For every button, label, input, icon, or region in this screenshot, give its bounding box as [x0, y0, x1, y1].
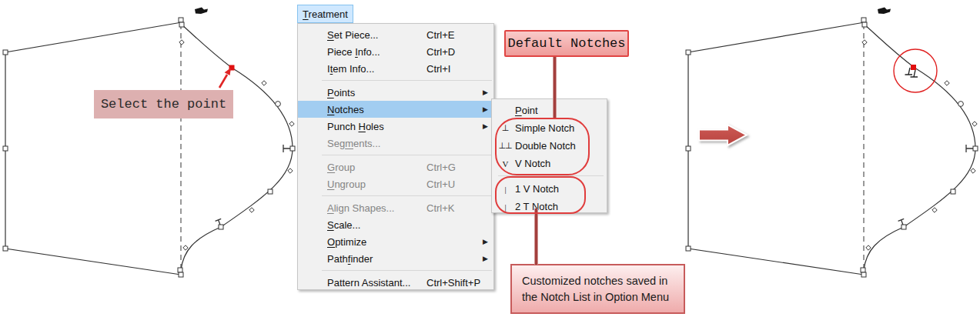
menu-item-label: Segments... [327, 138, 380, 149]
menu-item-label: Scale... [327, 219, 360, 231]
menu-item-label: Item Info... [327, 63, 374, 75]
default-notches-callout: Default Notches [504, 30, 629, 57]
menu-item-shortcut: Ctrl+U [426, 179, 455, 190]
menu-item-label: Pattern Assistant... [327, 277, 410, 289]
menu-item-shortcut: Ctrl+Shift+P [426, 277, 480, 289]
menu-item-label: Treatment [303, 8, 348, 20]
menu-item-optimize[interactable]: Optimize▶ [298, 233, 493, 250]
customized-notches-line2: the Notch List in Option Menu [522, 289, 684, 305]
menu-item-ungroup[interactable]: UngroupCtrl+U [298, 175, 493, 192]
treatment-menu: Set Piece...Ctrl+EPiece Info...Ctrl+DIte… [297, 23, 494, 290]
menu-item-notches[interactable]: Notches▶ [298, 101, 493, 118]
menu-item-point[interactable]: Point [492, 102, 607, 119]
submenu-arrow-icon: ▶ [483, 123, 488, 130]
menu-item-set-piece[interactable]: Set Piece...Ctrl+E [298, 26, 493, 43]
menu-item-label: Points [327, 87, 355, 98]
menu-item-label: Group [327, 162, 355, 173]
menu-item-label: Pathfinder [327, 253, 373, 265]
customized-notches-line1: Customized notches saved in [522, 273, 684, 289]
menu-item-label: Align Shapes... [327, 202, 394, 214]
menu-item-shortcut: Ctrl+G [426, 162, 456, 173]
customized-notches-oval [495, 176, 586, 214]
menu-item-item-info[interactable]: Item Info...Ctrl+I [298, 60, 493, 77]
cursor-icon [878, 8, 891, 15]
screenshot-canvas: Treatment Set Piece...Ctrl+EPiece Info..… [0, 0, 980, 327]
menu-item-shortcut: Ctrl+D [426, 46, 455, 58]
menu-item-align-shapes[interactable]: Align Shapes...Ctrl+K [298, 199, 493, 216]
menu-separator [298, 152, 493, 158]
menu-item-label: Point [515, 105, 538, 116]
callout-connector-bottom [534, 209, 538, 265]
menu-separator [298, 267, 493, 274]
customized-notches-callout: Customized notches saved in the Notch Li… [510, 264, 685, 314]
default-notches-oval [495, 118, 590, 175]
menu-item-label: Punch Holes [327, 121, 384, 132]
menu-item-shortcut: Ctrl+E [426, 29, 454, 41]
menu-item-segments[interactable]: Segments... [298, 135, 493, 152]
submenu-arrow-icon: ▶ [483, 89, 488, 96]
menu-item-punch-holes[interactable]: Punch Holes▶ [298, 118, 493, 135]
select-point-callout: Select the point [94, 90, 233, 118]
menu-separator [298, 77, 493, 84]
menubar-item-treatment[interactable]: Treatment [297, 5, 353, 23]
select-point-arrow [219, 68, 231, 88]
pattern-piece-left [3, 8, 295, 278]
menu-item-label: Ungroup [327, 179, 366, 190]
cursor-icon [195, 8, 208, 15]
transition-arrow-icon [699, 125, 747, 145]
submenu-arrow-icon: ▶ [483, 106, 488, 113]
menu-item-group[interactable]: GroupCtrl+G [298, 158, 493, 175]
menu-item-piece-info[interactable]: Piece Info...Ctrl+D [298, 43, 493, 60]
menu-item-label: Notches [327, 104, 364, 115]
submenu-arrow-icon: ▶ [483, 255, 488, 262]
menu-item-label: Piece Info... [327, 46, 380, 58]
submenu-arrow-icon: ▶ [483, 239, 488, 245]
callout-connector-top [553, 57, 557, 118]
menu-item-label: Set Piece... [327, 29, 378, 41]
menu-item-pattern-assistant[interactable]: Pattern Assistant...Ctrl+Shift+P [298, 274, 493, 291]
menu-item-points[interactable]: Points▶ [298, 84, 493, 101]
menu-item-label: Optimize [327, 236, 366, 248]
menu-item-shortcut: Ctrl+K [426, 202, 454, 214]
menu-item-shortcut: Ctrl+I [426, 63, 450, 75]
menu-item-scale[interactable]: Scale... [298, 216, 493, 233]
selected-point-notched[interactable] [911, 65, 916, 70]
menu-separator [298, 192, 493, 199]
menu-item-pathfinder[interactable]: Pathfinder▶ [298, 250, 493, 267]
